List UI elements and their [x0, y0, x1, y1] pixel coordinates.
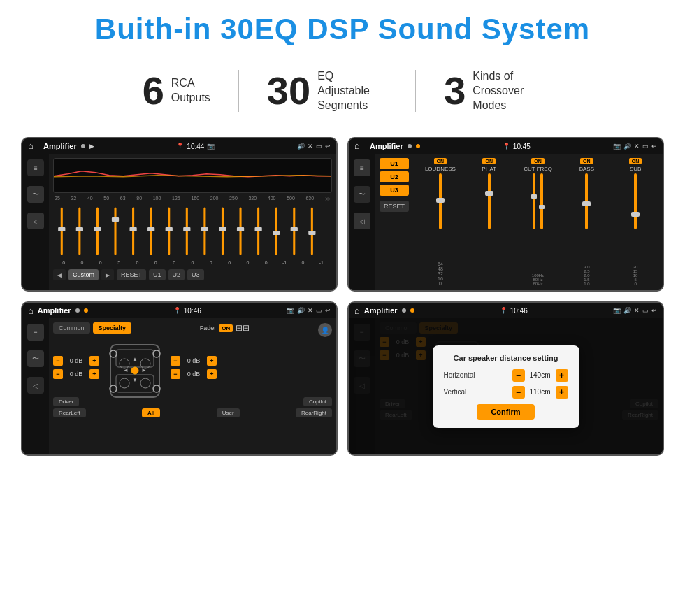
svg-rect-36 — [540, 173, 543, 229]
horizontal-plus-btn[interactable]: + — [556, 369, 568, 382]
wave-icon-2[interactable]: 〜 — [354, 186, 370, 203]
status-dot-1 — [81, 144, 85, 148]
minus-btn-tr[interactable]: − — [171, 356, 180, 366]
u1-btn-1[interactable]: U1 — [149, 269, 166, 280]
minus-btn-br[interactable]: − — [171, 369, 180, 379]
plus-btn-br[interactable]: + — [207, 369, 217, 379]
rear-left-btn-3[interactable]: RearLeft — [53, 408, 86, 417]
minus-btn-bl[interactable]: − — [53, 369, 63, 379]
custom-preset-btn[interactable]: Custom — [68, 269, 99, 280]
stat-label-rca: RCAOutputs — [171, 76, 210, 106]
vol-icon-1: 🔊 — [297, 143, 305, 150]
car-diagram: ▲ ▼ ◄ ► — [103, 341, 166, 394]
specialty-tab-3[interactable]: Specialty — [93, 322, 132, 334]
bass-label: BASS — [579, 166, 594, 172]
plus-btn-bl[interactable]: + — [89, 369, 99, 379]
bottom-btns-3b: RearLeft All User RearRight — [53, 408, 332, 417]
all-btn-3[interactable]: All — [142, 408, 160, 417]
user-btn-3[interactable]: User — [217, 408, 240, 417]
u2-tab[interactable]: U2 — [380, 171, 409, 182]
loudness-on[interactable]: ON — [434, 158, 447, 164]
status-right-4: 📷 🔊 ✕ ▭ ↩ — [613, 307, 657, 314]
side-panel-2: ≡ 〜 ◁ — [349, 154, 375, 290]
svg-rect-21 — [237, 227, 244, 231]
copilot-btn-3[interactable]: Copilot — [303, 397, 332, 406]
minus-btn-tl[interactable]: − — [53, 356, 63, 366]
confirm-button[interactable]: Confirm — [477, 404, 534, 420]
u3-tab[interactable]: U3 — [380, 185, 409, 196]
u2-btn-1[interactable]: U2 — [168, 269, 185, 280]
wave-side-icon[interactable]: 〜 — [27, 186, 44, 203]
eq-icon-3[interactable]: ≡ — [27, 324, 44, 341]
crossover-layout: U1 U2 U3 RESET ON LOUDNESS — [375, 154, 663, 290]
status-left-2: ⌂ Amplifier — [354, 141, 420, 152]
vol-icon-3[interactable]: ◁ — [27, 377, 44, 394]
eq-values-row: 0 0 0 5 0 0 0 0 0 0 0 0 -1 0 -1 — [53, 260, 332, 265]
eq-icon-2[interactable]: ≡ — [354, 159, 370, 176]
svg-rect-13 — [166, 227, 173, 231]
db-row-tl: − 0 dB + — [53, 356, 99, 366]
db-val-tl: 0 dB — [66, 357, 87, 364]
status-bar-2: ⌂ Amplifier 📍 10:45 📷 🔊 ✕ ▭ ↩ — [349, 138, 663, 154]
home-icon-2[interactable]: ⌂ — [354, 141, 366, 152]
eq-side-icon[interactable]: ≡ — [27, 159, 44, 176]
home-icon-4[interactable]: ⌂ — [354, 306, 360, 316]
vol-side-icon[interactable]: ◁ — [27, 213, 44, 229]
svg-rect-7 — [112, 217, 119, 222]
driver-btn-3[interactable]: Driver — [53, 397, 79, 406]
reset-btn-2[interactable]: RESET — [380, 201, 409, 212]
horizontal-minus-btn[interactable]: − — [512, 369, 525, 382]
home-icon-3[interactable]: ⌂ — [28, 306, 34, 316]
eq-bottom-bar: ◄ Custom ► RESET U1 U2 U3 — [53, 268, 332, 282]
sub-on[interactable]: ON — [629, 158, 642, 164]
sub-col: ON SUB 20151050 — [612, 158, 658, 286]
status-center-4: 📍 10:46 — [500, 307, 528, 315]
screen-fader: ⌂ Amplifier 📍 10:46 📷 🔊 ✕ ▭ ↩ — [21, 301, 338, 456]
u3-btn-1[interactable]: U3 — [187, 269, 204, 280]
plus-btn-tl[interactable]: + — [89, 356, 99, 366]
u1-tab[interactable]: U1 — [380, 158, 409, 169]
pin-icon-1: 📍 — [176, 143, 184, 150]
vol-icon-2[interactable]: ◁ — [354, 213, 370, 229]
page-container: Buith-in 30EQ DSP Sound System 6 RCAOutp… — [0, 0, 685, 463]
screen1-body: ≡ 〜 ◁ 25 32 40 50 — [22, 154, 336, 290]
status-right-1: 🔊 ✕ ▭ ↩ — [297, 143, 331, 150]
sub-label: SUB — [630, 166, 641, 172]
plus-btn-tr[interactable]: + — [207, 356, 217, 366]
svg-rect-11 — [147, 227, 154, 231]
db-val-tr: 0 dB — [183, 357, 204, 364]
next-btn[interactable]: ► — [101, 269, 114, 280]
phat-on[interactable]: ON — [482, 158, 496, 164]
app-name-3: Amplifier — [38, 306, 71, 315]
vertical-plus-btn[interactable]: + — [556, 386, 568, 399]
reset-btn-1[interactable]: RESET — [117, 269, 146, 280]
profile-icon-3[interactable]: 👤 — [318, 323, 332, 337]
prev-btn[interactable]: ◄ — [53, 269, 66, 280]
vertical-value: 110cm — [528, 388, 553, 396]
screen3-main: Common Specialty Fader ON ⊟⊟ 👤 — [49, 318, 336, 454]
rear-right-btn-3[interactable]: RearRight — [296, 408, 332, 417]
app-name-4: Amplifier — [364, 306, 398, 315]
svg-rect-19 — [219, 227, 226, 231]
app-name-1: Amplifier — [43, 142, 77, 150]
left-controls: − 0 dB + − 0 dB + — [53, 356, 99, 379]
bass-on[interactable]: ON — [580, 158, 593, 164]
cutfreq-col: ON CUT FREQ — [515, 158, 561, 286]
screen4-body: ≡ 〜 ◁ Common Specialty − 0 dB — [349, 318, 663, 454]
vertical-minus-btn[interactable]: − — [512, 386, 525, 399]
wave-icon-3[interactable]: 〜 — [27, 350, 44, 367]
home-icon-1[interactable] — [28, 141, 39, 152]
svg-point-52 — [120, 378, 129, 388]
svg-rect-17 — [201, 227, 208, 231]
cutfreq-on[interactable]: ON — [531, 158, 545, 164]
status-right-3: 📷 🔊 ✕ ▭ ↩ — [287, 307, 331, 314]
svg-rect-1 — [58, 227, 65, 231]
db-row-bl: − 0 dB + — [53, 369, 99, 379]
fader-on-badge[interactable]: ON — [219, 324, 233, 332]
db-row-tr: − 0 dB + — [171, 356, 217, 366]
common-tab-3[interactable]: Common — [53, 322, 90, 334]
status-bar-3: ⌂ Amplifier 📍 10:46 📷 🔊 ✕ ▭ ↩ — [22, 303, 336, 318]
bottom-btns-3: Driver Copilot — [53, 397, 332, 406]
svg-rect-27 — [291, 227, 298, 231]
svg-rect-29 — [308, 231, 315, 235]
